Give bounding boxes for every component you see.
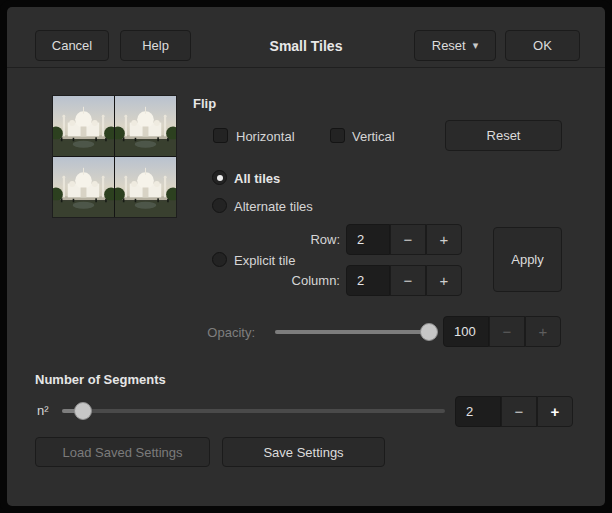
plus-icon: + xyxy=(539,323,548,340)
column-decrement-button[interactable]: − xyxy=(390,265,426,296)
save-settings-button[interactable]: Save Settings xyxy=(222,437,385,467)
all-tiles-radio[interactable] xyxy=(212,170,227,185)
column-label: Column: xyxy=(270,273,340,288)
small-tiles-dialog: Cancel Help Small Tiles Reset ▾ OK xyxy=(0,0,612,513)
preview-image xyxy=(115,96,176,156)
segments-section-title: Number of Segments xyxy=(35,372,166,387)
horizontal-checkbox[interactable] xyxy=(213,128,228,143)
opacity-decrement-button[interactable]: − xyxy=(489,316,525,347)
preview-image xyxy=(53,157,114,217)
minus-icon: − xyxy=(404,272,413,289)
plus-icon: + xyxy=(551,403,560,420)
ok-button[interactable]: OK xyxy=(505,30,580,61)
vertical-checkbox[interactable] xyxy=(330,128,345,143)
segments-input[interactable]: 2 xyxy=(455,396,501,427)
segments-slider-handle[interactable] xyxy=(74,402,92,420)
flip-reset-button[interactable]: Reset xyxy=(445,120,562,151)
help-button[interactable]: Help xyxy=(120,30,191,61)
load-saved-settings-button[interactable]: Load Saved Settings xyxy=(35,437,210,467)
column-increment-button[interactable]: + xyxy=(426,265,462,296)
segments-decrement-button[interactable]: − xyxy=(501,396,537,427)
plus-icon: + xyxy=(440,231,449,248)
preview-image xyxy=(53,96,114,156)
row-input[interactable]: 2 xyxy=(346,224,390,255)
chevron-down-icon: ▾ xyxy=(473,39,479,52)
minus-icon: − xyxy=(404,231,413,248)
minus-icon: − xyxy=(503,323,512,340)
minus-icon: − xyxy=(515,403,524,420)
flip-section-title: Flip xyxy=(193,96,216,111)
apply-button[interactable]: Apply xyxy=(493,227,562,292)
opacity-slider-handle[interactable] xyxy=(420,323,438,341)
row-label: Row: xyxy=(280,232,340,247)
segments-increment-button[interactable]: + xyxy=(537,396,573,427)
alternate-tiles-radio[interactable] xyxy=(212,198,227,213)
opacity-slider-fill xyxy=(275,330,429,334)
n-squared-label: n² xyxy=(37,403,49,418)
explicit-tile-label: Explicit tile xyxy=(234,253,295,268)
opacity-input[interactable]: 100 xyxy=(443,316,489,347)
horizontal-label: Horizontal xyxy=(236,129,295,144)
vertical-label: Vertical xyxy=(352,129,395,144)
explicit-tile-radio[interactable] xyxy=(212,252,227,267)
cancel-button[interactable]: Cancel xyxy=(35,30,109,61)
opacity-label: Opacity: xyxy=(180,325,255,340)
preview-image xyxy=(115,157,176,217)
row-decrement-button[interactable]: − xyxy=(390,224,426,255)
plus-icon: + xyxy=(440,272,449,289)
row-increment-button[interactable]: + xyxy=(426,224,462,255)
reset-dropdown-label: Reset xyxy=(432,38,466,53)
opacity-increment-button[interactable]: + xyxy=(525,316,561,347)
tile-preview xyxy=(52,95,177,218)
header-divider xyxy=(7,67,605,68)
all-tiles-label: All tiles xyxy=(234,171,280,186)
column-input[interactable]: 2 xyxy=(346,265,390,296)
dialog-title: Small Tiles xyxy=(206,38,406,54)
alternate-tiles-label: Alternate tiles xyxy=(234,199,313,214)
reset-dropdown-button[interactable]: Reset ▾ xyxy=(414,30,496,61)
segments-slider[interactable] xyxy=(62,409,445,413)
